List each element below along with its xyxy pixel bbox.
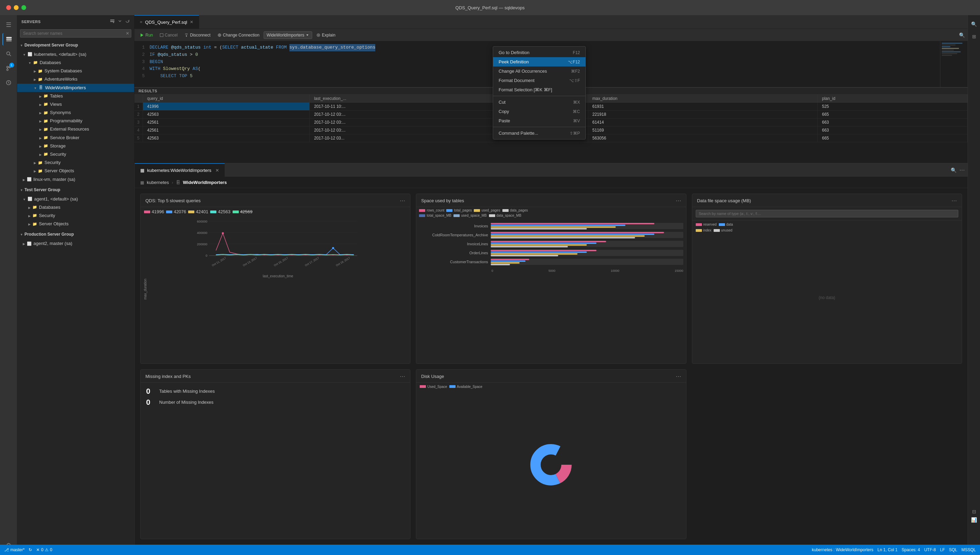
folder-label: Security	[50, 151, 66, 157]
folder-icon: 📁	[43, 102, 48, 107]
status-connection[interactable]: kubernetes : WideWorldImporters	[812, 547, 874, 552]
breadcrumb-db[interactable]: WideWorldImporters	[183, 180, 227, 185]
add-server-icon[interactable]	[110, 19, 115, 24]
folder-storage[interactable]: 📁 Storage	[17, 142, 134, 150]
folder-databases[interactable]: 📁 Databases	[17, 59, 134, 67]
maximize-button[interactable]	[21, 5, 26, 10]
search-input[interactable]	[20, 29, 131, 38]
folder-icon: 📁	[43, 152, 48, 157]
menu-item-paste[interactable]: Paste ⌘V	[493, 116, 585, 125]
card-disk-more[interactable]: ⋯	[676, 373, 681, 380]
right-panel-icon-table[interactable]: ⊟	[970, 507, 978, 516]
card-datafile-more[interactable]: ⋯	[951, 197, 957, 204]
server-agent1[interactable]: ⬜ agent1, <default> (sa)	[17, 195, 134, 203]
db-system[interactable]: 📁 System Databases	[17, 67, 134, 75]
status-sync[interactable]: ↻	[29, 547, 32, 552]
clear-search-icon[interactable]: ✕	[126, 31, 129, 36]
stat-tables-missing-label: Tables with Missing Indexes	[159, 388, 215, 394]
menu-item-cut[interactable]: Cut ⌘X	[493, 98, 585, 107]
right-panel-icon-chart[interactable]: 📊	[970, 516, 978, 524]
status-errors[interactable]: ✕ 0 ⚠ 0	[36, 547, 52, 552]
col-queryid[interactable]: query_id	[143, 95, 310, 103]
legend-label: 42401	[196, 209, 208, 214]
explain-button[interactable]: Explain	[314, 32, 338, 38]
chevron-right-icon	[39, 118, 43, 124]
folder-views[interactable]: 📁 Views	[17, 100, 134, 109]
dash-search-icon[interactable]: 🔍	[951, 167, 957, 173]
breadcrumb-separator: ›	[172, 180, 173, 185]
server-agent2[interactable]: ⬜ agent2, master (sa)	[17, 239, 134, 248]
dash-tab-close[interactable]: ✕	[215, 168, 219, 173]
folder-icon: 📁	[43, 118, 48, 124]
change-connection-button[interactable]: Change Connection	[215, 32, 262, 38]
run-button[interactable]: Run	[137, 32, 156, 38]
activity-icon-history[interactable]	[2, 77, 15, 89]
card-qds-more[interactable]: ⋯	[400, 197, 405, 204]
card-missing-more[interactable]: ⋯	[400, 373, 405, 380]
folder-security-agent1[interactable]: 📁 Security	[17, 212, 134, 220]
tab-sql[interactable]: = QDS_Query_Perf.sql ✕	[135, 15, 199, 29]
minimize-button[interactable]	[14, 5, 19, 10]
status-position[interactable]: Ln 1, Col 1	[878, 547, 898, 552]
svg-point-5	[6, 66, 8, 68]
status-spaces[interactable]: Spaces: 4	[902, 547, 920, 552]
dash-more-icon[interactable]: ⋯	[959, 167, 965, 173]
missing-stats: 0 Tables with Missing Indexes 0 Number o…	[141, 383, 410, 411]
folder-databases-agent1[interactable]: 📁 Databases	[17, 203, 134, 212]
folder-programmability[interactable]: 📁 Programmability	[17, 117, 134, 125]
folder-tables[interactable]: 📁 Tables	[17, 92, 134, 100]
menu-item-peek[interactable]: Peek Definition ⌥F12	[493, 57, 585, 66]
chevron-down-icon	[20, 187, 24, 193]
folder-server-objects-1[interactable]: 📁 Server Objects	[17, 167, 134, 175]
activity-icon-git[interactable]: 1	[2, 62, 15, 74]
folder-security-1[interactable]: 📁 Security	[17, 150, 134, 159]
breadcrumb-server[interactable]: kubernetes	[147, 180, 169, 185]
search-toolbar-icon[interactable]: 🔍	[959, 32, 965, 38]
connection-label: kubernetes : WideWorldImporters	[812, 547, 874, 552]
col-maxdur[interactable]: max_duration	[588, 95, 818, 103]
menu-item-format-sel[interactable]: Format Selection [⌘K ⌘F]	[493, 85, 585, 95]
server-kubernetes[interactable]: ⬜ kubernetes, <default> (sa)	[17, 50, 134, 59]
folder-server-objects-agent1[interactable]: 📁 Server Objects	[17, 220, 134, 228]
db-adventureworks[interactable]: 📁 AdventureWorks	[17, 75, 134, 83]
bar-label: ColdRoomTemperatures_Archive	[419, 233, 488, 237]
folder-service-broker[interactable]: 📁 Service Broker	[17, 134, 134, 142]
activity-icon-menu[interactable]: ☰	[2, 19, 15, 31]
right-panel-search-icon[interactable]: 🔍	[970, 20, 978, 28]
menu-item-format-doc[interactable]: Format Document ⌥⇧F	[493, 76, 585, 85]
group-test[interactable]: Test Server Group	[17, 185, 134, 195]
chevron-right-icon	[34, 159, 38, 166]
menu-item-goto[interactable]: Go to Definition F12	[493, 48, 585, 57]
folder-synonyms[interactable]: 📁 Synonyms	[17, 109, 134, 117]
status-encoding[interactable]: UTF-8	[924, 547, 936, 552]
menu-item-copy[interactable]: Copy ⌘C	[493, 107, 585, 116]
collapse-icon[interactable]	[117, 19, 122, 24]
status-dialect[interactable]: MSSQL	[961, 547, 976, 552]
menu-item-changeall[interactable]: Change All Occurrences ⌘F2	[493, 66, 585, 76]
refresh-icon[interactable]	[125, 19, 130, 24]
folder-external-resources[interactable]: 📁 External Resources	[17, 125, 134, 133]
activity-icon-search[interactable]	[2, 48, 15, 60]
db-wideworldimporters[interactable]: 🗄 WideWorldImporters	[17, 84, 134, 92]
status-line-ending[interactable]: LF	[940, 547, 945, 552]
folder-security-2[interactable]: 📁 Security	[17, 159, 134, 167]
status-language[interactable]: SQL	[949, 547, 957, 552]
tab-dashboard[interactable]: ▦ kubernetes:WideWorldImporters ✕	[135, 163, 225, 177]
group-production[interactable]: Production Server Group	[17, 229, 134, 239]
close-button[interactable]	[6, 5, 11, 10]
disconnect-button[interactable]: Disconnect	[181, 32, 213, 38]
card-space-more[interactable]: ⋯	[676, 197, 681, 204]
folder-icon: 📁	[32, 205, 38, 210]
menu-shortcut: ⌘F2	[571, 69, 580, 74]
menu-item-command-palette[interactable]: Command Palette... ⇧⌘P	[493, 128, 585, 138]
activity-icon-servers[interactable]	[2, 33, 15, 45]
server-linuxvm[interactable]: ⬜ linux-vm, master (sa)	[17, 175, 134, 184]
db-selector[interactable]: WideWorldImporters	[264, 31, 312, 39]
status-branch[interactable]: ⎇ master*	[4, 547, 24, 552]
group-development[interactable]: Development Server Group	[17, 40, 134, 50]
tab-close-icon[interactable]: ✕	[190, 20, 193, 24]
col-planid[interactable]: plan_id	[818, 95, 967, 103]
datafile-search-input[interactable]	[696, 210, 958, 217]
cancel-button[interactable]: Cancel	[157, 32, 180, 38]
right-panel-icon-1[interactable]: ⊞	[970, 32, 978, 41]
